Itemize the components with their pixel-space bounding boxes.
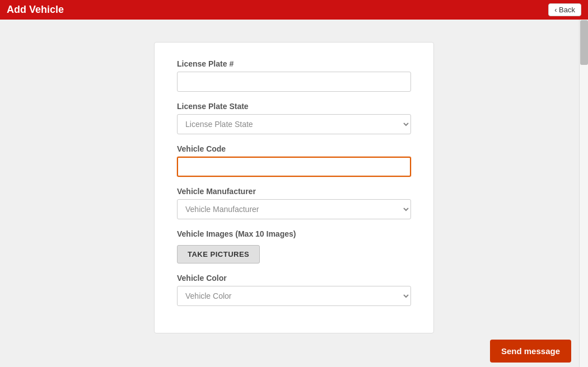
license-plate-state-select[interactable]: License Plate State Alabama Alaska Arizo… xyxy=(177,114,411,134)
scrollbar-track xyxy=(579,20,588,367)
vehicle-color-select[interactable]: Vehicle Color White Black Silver Gray Re… xyxy=(177,286,411,306)
license-plate-number-group: License Plate # xyxy=(177,59,411,92)
vehicle-images-group: Vehicle Images (Max 10 Images) TAKE PICT… xyxy=(177,229,411,264)
vehicle-manufacturer-group: Vehicle Manufacturer Vehicle Manufacture… xyxy=(177,187,411,219)
app-header: Add Vehicle ‹ Back xyxy=(0,0,588,20)
back-button[interactable]: ‹ Back xyxy=(548,3,581,16)
take-pictures-button[interactable]: TAKE PICTURES xyxy=(177,245,260,264)
license-plate-number-label: License Plate # xyxy=(177,59,411,68)
vehicle-code-group: Vehicle Code xyxy=(177,144,411,177)
vehicle-color-label: Vehicle Color xyxy=(177,274,411,283)
vehicle-manufacturer-label: Vehicle Manufacturer xyxy=(177,187,411,196)
vehicle-code-label: Vehicle Code xyxy=(177,144,411,153)
license-plate-state-label: License Plate State xyxy=(177,102,411,111)
license-plate-number-input[interactable] xyxy=(177,72,411,92)
main-content: License Plate # License Plate State Lice… xyxy=(0,20,588,367)
vehicle-manufacturer-select[interactable]: Vehicle Manufacturer Ford Toyota Honda C… xyxy=(177,199,411,219)
license-plate-state-group: License Plate State License Plate State … xyxy=(177,102,411,134)
vehicle-color-group: Vehicle Color Vehicle Color White Black … xyxy=(177,274,411,306)
scrollbar-thumb[interactable] xyxy=(580,20,588,65)
send-message-button[interactable]: Send message xyxy=(490,340,571,363)
vehicle-code-input[interactable] xyxy=(177,157,411,177)
form-card: License Plate # License Plate State Lice… xyxy=(154,42,434,333)
vehicle-images-label: Vehicle Images (Max 10 Images) xyxy=(177,229,411,238)
page-title: Add Vehicle xyxy=(7,4,64,16)
